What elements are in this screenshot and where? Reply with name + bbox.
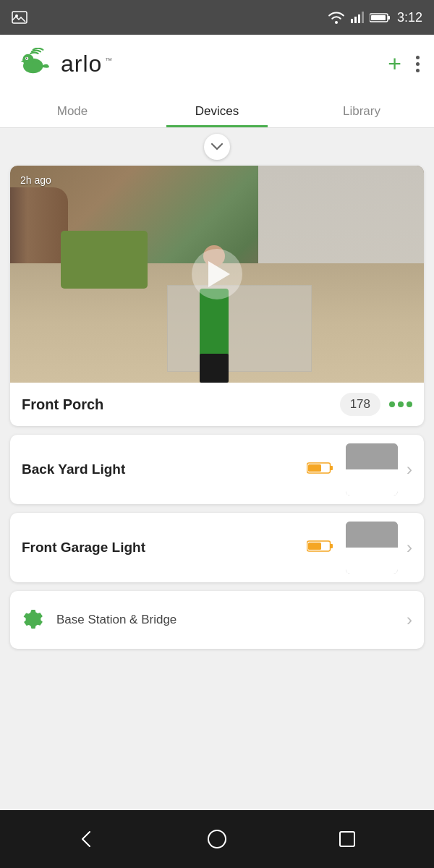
svg-rect-3 xyxy=(354,17,357,23)
green-dot-2 xyxy=(398,401,404,407)
dropdown-button[interactable] xyxy=(204,134,230,160)
svg-rect-8 xyxy=(371,15,386,20)
image-icon xyxy=(12,11,27,24)
device-thumbnail-backyard xyxy=(346,443,398,495)
camera-thumbnail[interactable]: 2h ago xyxy=(10,166,424,383)
svg-rect-5 xyxy=(362,12,364,23)
svg-point-19 xyxy=(208,830,226,848)
home-button[interactable] xyxy=(204,826,230,852)
battery-status-icon xyxy=(370,12,391,23)
svg-rect-18 xyxy=(308,542,321,550)
camera-actions: 178 xyxy=(340,393,412,416)
thumbnail-top-2 xyxy=(346,522,398,548)
tab-devices[interactable]: Devices xyxy=(145,93,289,127)
device-card-front-garage[interactable]: Front Garage Light › xyxy=(10,513,424,582)
wifi-icon xyxy=(328,11,345,24)
svg-rect-7 xyxy=(388,16,390,20)
camera-more-button[interactable] xyxy=(389,401,412,407)
status-time: 3:12 xyxy=(397,10,422,25)
video-timestamp: 2h ago xyxy=(20,174,51,186)
svg-rect-17 xyxy=(330,544,333,548)
device-card-backyard-light[interactable]: Back Yard Light › xyxy=(10,435,424,504)
chevron-right-icon-backyard: › xyxy=(407,459,412,480)
svg-rect-20 xyxy=(340,832,354,846)
chevron-down-icon xyxy=(211,143,223,150)
person-legs xyxy=(200,354,229,383)
battery-icon-garage xyxy=(307,539,334,556)
gear-icon xyxy=(22,608,45,631)
green-dot-3 xyxy=(407,401,412,407)
play-button[interactable] xyxy=(192,249,242,299)
svg-point-12 xyxy=(26,57,27,59)
device-name-garage: Front Garage Light xyxy=(22,540,307,556)
recents-nav-icon xyxy=(337,829,357,849)
svg-rect-14 xyxy=(330,466,333,470)
person-body xyxy=(200,289,229,361)
header-actions: + xyxy=(388,52,420,75)
more-dot-2 xyxy=(416,62,420,66)
camera-name: Front Porch xyxy=(22,396,103,413)
tab-library[interactable]: Library xyxy=(289,93,434,127)
status-bar-left xyxy=(12,11,27,24)
thumbnail-bottom xyxy=(346,469,398,495)
logo: arlo ™ xyxy=(14,48,112,80)
home-nav-icon xyxy=(207,829,227,849)
more-dot-1 xyxy=(416,56,420,59)
base-station-card[interactable]: Base Station & Bridge › xyxy=(10,591,424,649)
back-button[interactable] xyxy=(74,826,100,852)
status-bar-right: 3:12 xyxy=(328,10,422,25)
green-dot-1 xyxy=(389,401,395,407)
concrete-pad xyxy=(167,285,312,372)
tab-bar: Mode Devices Library xyxy=(0,93,434,128)
more-menu-button[interactable] xyxy=(416,56,420,72)
more-dot-3 xyxy=(416,69,420,72)
signal-icon xyxy=(351,12,364,23)
thumbnail-top xyxy=(346,443,398,469)
app-title: arlo xyxy=(61,51,102,77)
bottom-nav xyxy=(0,810,434,868)
svg-rect-15 xyxy=(308,464,321,472)
tab-mode[interactable]: Mode xyxy=(0,93,145,127)
back-nav-icon xyxy=(77,829,97,849)
svg-rect-2 xyxy=(351,19,353,23)
recents-button[interactable] xyxy=(334,826,360,852)
camera-info: Front Porch 178 xyxy=(10,383,424,426)
lawn-area xyxy=(61,231,148,289)
app-header: arlo ™ + xyxy=(0,35,434,93)
arlo-logo-icon xyxy=(14,48,58,80)
battery-icon-backyard xyxy=(307,461,334,478)
notification-badge[interactable]: 178 xyxy=(340,393,380,416)
thumbnail-bottom-2 xyxy=(346,548,398,574)
main-content: 2h ago Front Porch 178 Back Yard Light xyxy=(0,166,434,658)
base-station-name: Base Station & Bridge xyxy=(56,613,407,627)
add-button[interactable]: + xyxy=(388,52,401,75)
status-bar: 3:12 xyxy=(0,0,434,35)
play-triangle-icon xyxy=(208,261,230,287)
device-name-backyard: Back Yard Light xyxy=(22,461,307,477)
svg-rect-4 xyxy=(358,14,360,23)
camera-card-front-porch: 2h ago Front Porch 178 xyxy=(10,166,424,426)
chevron-right-icon-garage: › xyxy=(407,537,412,558)
device-thumbnail-garage xyxy=(346,522,398,574)
chevron-right-icon-base: › xyxy=(407,610,412,630)
svg-point-10 xyxy=(22,54,33,64)
dropdown-indicator xyxy=(0,128,434,166)
